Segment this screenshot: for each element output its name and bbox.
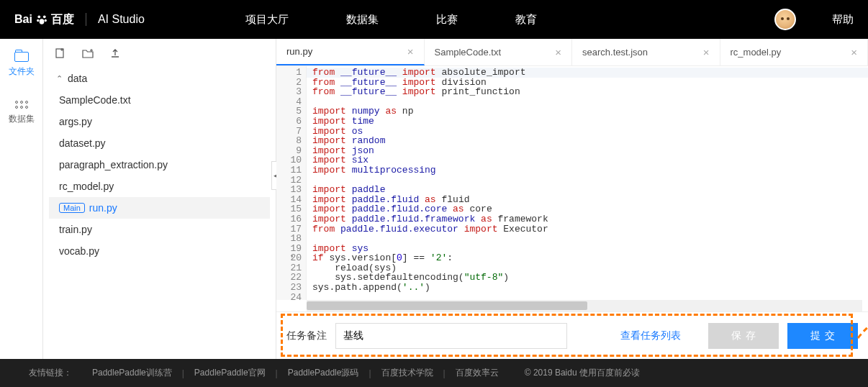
code-content[interactable]: from __future__ import absolute_importfr… <box>307 66 868 300</box>
save-button[interactable]: 保存 <box>708 323 779 349</box>
divider <box>86 13 86 26</box>
file-panel: ⌃ data SampleCode.txt args.py dataset.py… <box>43 39 276 359</box>
horizontal-scrollbar[interactable] <box>307 300 862 311</box>
left-rail: 文件夹 数据集 <box>0 39 43 359</box>
tab-run[interactable]: run.py× <box>276 39 425 65</box>
editor: ◀ run.py× SampleCode.txt× search.test.js… <box>276 39 868 359</box>
close-icon[interactable]: × <box>407 45 414 58</box>
studio-label: AI Studio <box>98 13 145 26</box>
submit-button[interactable]: 提交 <box>787 323 858 349</box>
new-folder-icon[interactable] <box>82 47 94 59</box>
footer-link[interactable]: PaddlePaddle训练营 <box>92 367 172 379</box>
paw-icon <box>35 13 48 26</box>
note-input[interactable] <box>335 323 567 349</box>
file-tree: ⌃ data SampleCode.txt args.py dataset.py… <box>43 68 276 262</box>
tree-file[interactable]: SampleCode.txt <box>49 89 270 111</box>
footer-link[interactable]: PaddlePaddle源码 <box>288 367 359 379</box>
tab-sample[interactable]: SampleCode.txt× <box>425 39 573 65</box>
rail-dataset-label: 数据集 <box>9 113 35 125</box>
footer-link[interactable]: PaddlePaddle官网 <box>194 367 266 379</box>
avatar[interactable] <box>774 9 796 30</box>
note-label: 任务备注 <box>286 329 327 342</box>
nav-projects[interactable]: 项目大厅 <box>245 13 289 27</box>
dataset-icon <box>14 98 30 111</box>
folder-label: data <box>68 73 87 84</box>
help-link[interactable]: 帮助 <box>832 13 854 27</box>
brand-main: 百度 <box>51 12 74 27</box>
scroll-thumb[interactable] <box>307 301 587 310</box>
tree-children: SampleCode.txt args.py dataset.py paragr… <box>49 89 270 262</box>
close-icon[interactable]: × <box>851 46 857 58</box>
view-tasks-link[interactable]: 查看任务列表 <box>620 329 681 342</box>
close-icon[interactable]: × <box>703 46 710 58</box>
svg-point-3 <box>45 19 47 22</box>
line-gutter: 123456789101112131415161718192021222324 <box>276 66 307 300</box>
tree-file[interactable]: args.py <box>49 111 270 132</box>
tab-rcmodel[interactable]: rc_model.py× <box>720 39 869 65</box>
new-file-icon[interactable] <box>55 47 66 59</box>
svg-point-0 <box>37 15 40 18</box>
main: 文件夹 数据集 ⌃ data SampleCode.txt args.py da… <box>0 39 868 359</box>
nav-datasets[interactable]: 数据集 <box>346 13 379 27</box>
tabs: run.py× SampleCode.txt× search.test.json… <box>276 39 868 66</box>
folder-icon <box>14 50 30 63</box>
rail-dataset[interactable]: 数据集 <box>0 86 42 134</box>
upload-icon[interactable] <box>109 47 121 59</box>
main-file-label: run.py <box>89 202 117 214</box>
code-area[interactable]: 123456789101112131415161718192021222324 … <box>276 66 868 300</box>
svg-point-2 <box>37 19 39 22</box>
footer-copyright: © 2019 Baidu 使用百度前必读 <box>525 367 640 379</box>
main-tag: Main <box>59 203 85 213</box>
close-icon[interactable]: × <box>555 46 561 58</box>
footer-link[interactable]: 百度技术学院 <box>381 367 433 379</box>
svg-point-4 <box>40 19 45 24</box>
file-toolbar <box>43 39 276 68</box>
tree-file[interactable]: vocab.py <box>49 240 270 262</box>
brand-prefix: Bai <box>14 13 32 26</box>
chevron-down-icon: ⌃ <box>56 74 63 83</box>
tree-folder-data[interactable]: ⌃ data <box>49 68 270 89</box>
nav-right: 帮助 <box>774 9 854 30</box>
fold-marker[interactable]: ▾ <box>290 254 294 260</box>
nav-competitions[interactable]: 比赛 <box>436 13 458 27</box>
logo-area: Bai 百度 AI Studio <box>14 12 145 27</box>
footer-label: 友情链接： <box>29 367 72 379</box>
top-nav: Bai 百度 AI Studio 项目大厅 数据集 比赛 教育 帮助 <box>0 0 868 39</box>
tab-search[interactable]: search.test.json× <box>572 39 720 65</box>
footer: 友情链接： PaddlePaddle训练营| PaddlePaddle官网| P… <box>0 359 868 387</box>
nav-links: 项目大厅 数据集 比赛 教育 <box>245 13 537 27</box>
tree-file[interactable]: rc_model.py <box>49 176 270 197</box>
action-bar: 任务备注 查看任务列表 保存 提交 <box>276 311 868 359</box>
rail-files-label: 文件夹 <box>9 65 35 78</box>
tree-file[interactable]: paragraph_extraction.py <box>49 154 270 176</box>
baidu-logo: Bai 百度 <box>14 12 74 27</box>
footer-link[interactable]: 百度效率云 <box>456 367 499 379</box>
svg-point-1 <box>43 15 46 18</box>
tree-file[interactable]: train.py <box>49 219 270 240</box>
rail-files[interactable]: 文件夹 <box>0 39 42 86</box>
nav-education[interactable]: 教育 <box>515 13 537 27</box>
tree-file[interactable]: dataset.py <box>49 132 270 154</box>
tree-file-main[interactable]: Main run.py <box>49 197 270 219</box>
